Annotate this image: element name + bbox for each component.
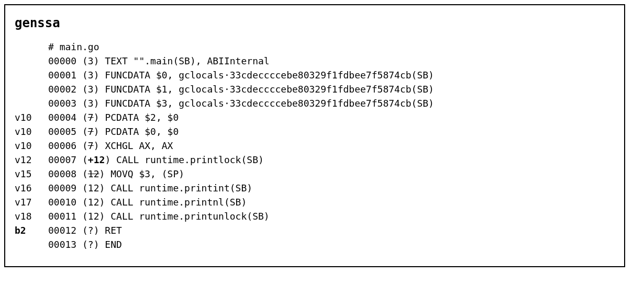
row-segment: 00013 (?) END — [48, 239, 122, 250]
row-segment: 7 — [88, 126, 94, 137]
row-segment: 00007 ( — [48, 154, 88, 165]
row-segment: 00000 (3) TEXT "".main(SB), ABIInternal — [48, 55, 270, 66]
row-segment: 00003 (3) FUNCDATA $3, gclocals·33cdeccc… — [48, 98, 434, 109]
row-segment: 00006 ( — [48, 140, 88, 151]
code-row: b200012 (?) RET — [15, 223, 615, 237]
row-label: v12 — [15, 153, 48, 167]
code-row: v1500008 (12) MOVQ $3, (SP) — [15, 167, 615, 181]
row-label: b2 — [15, 223, 48, 237]
row-segment: ) CALL runtime.printlock(SB) — [105, 154, 263, 165]
row-label: v10 — [15, 124, 48, 139]
row-segment: 00012 (?) RET — [48, 225, 122, 236]
row-segment: 7 — [88, 140, 94, 151]
code-row: 00002 (3) FUNCDATA $1, gclocals·33cdeccc… — [15, 82, 615, 96]
row-segment: 00002 (3) FUNCDATA $1, gclocals·33cdeccc… — [48, 84, 434, 95]
code-row: v1700010 (12) CALL runtime.printnl(SB) — [15, 195, 615, 209]
row-segment: +12 — [88, 154, 105, 165]
code-row: 00001 (3) FUNCDATA $0, gclocals·33cdeccc… — [15, 68, 615, 82]
row-label: v10 — [15, 110, 48, 124]
row-label: v18 — [15, 209, 48, 223]
row-segment: ) MOVQ $3, (SP) — [99, 168, 185, 179]
code-row: v1600009 (12) CALL runtime.printint(SB) — [15, 181, 615, 195]
row-label: v15 — [15, 167, 48, 181]
genssa-panel: genssa # main.go00000 (3) TEXT "".main(S… — [4, 4, 625, 267]
code-row: v1000004 (7) PCDATA $2, $0 — [15, 110, 615, 124]
row-segment: 00010 (12) CALL runtime.printnl(SB) — [48, 197, 247, 208]
row-label: v17 — [15, 195, 48, 209]
code-row: 00000 (3) TEXT "".main(SB), ABIInternal — [15, 54, 615, 68]
code-row: v1000005 (7) PCDATA $0, $0 — [15, 124, 615, 139]
row-segment: 7 — [88, 112, 94, 123]
row-segment: 00008 ( — [48, 168, 88, 179]
row-segment: ) PCDATA $0, $0 — [94, 126, 179, 137]
row-label: v16 — [15, 181, 48, 195]
row-label: v10 — [15, 139, 48, 153]
code-row: 00013 (?) END — [15, 237, 615, 252]
row-segment: 00004 ( — [48, 112, 88, 123]
code-listing: # main.go00000 (3) TEXT "".main(SB), ABI… — [15, 40, 615, 252]
row-segment: # main.go — [48, 41, 99, 52]
code-row: 00003 (3) FUNCDATA $3, gclocals·33cdeccc… — [15, 96, 615, 110]
row-segment: 12 — [88, 168, 99, 179]
code-row: v1800011 (12) CALL runtime.printunlock(S… — [15, 209, 615, 223]
row-segment: 00011 (12) CALL runtime.printunlock(SB) — [48, 211, 270, 222]
row-segment: ) XCHGL AX, AX — [94, 140, 173, 151]
panel-title: genssa — [15, 14, 615, 32]
row-segment: ) PCDATA $2, $0 — [94, 112, 179, 123]
row-segment: 00005 ( — [48, 126, 88, 137]
code-row: # main.go — [15, 40, 615, 54]
row-segment: 00009 (12) CALL runtime.printint(SB) — [48, 182, 252, 193]
code-row: v1200007 (+12) CALL runtime.printlock(SB… — [15, 153, 615, 167]
code-row: v1000006 (7) XCHGL AX, AX — [15, 139, 615, 153]
row-segment: 00001 (3) FUNCDATA $0, gclocals·33cdeccc… — [48, 70, 434, 81]
